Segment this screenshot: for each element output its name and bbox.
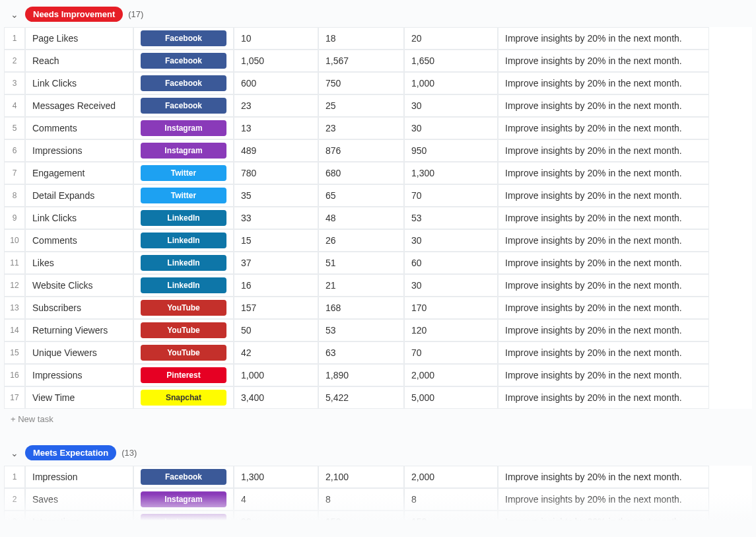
value-cell[interactable]: 53	[318, 319, 404, 341]
value-cell[interactable]: 150	[404, 511, 498, 520]
new-task-button[interactable]: + New task	[4, 409, 752, 429]
metric-cell[interactable]: Unique Viewers	[25, 341, 133, 364]
metric-cell[interactable]: Returning Viewers	[25, 319, 133, 341]
value-cell[interactable]: 2,100	[318, 466, 404, 488]
value-cell[interactable]: 150	[318, 511, 404, 520]
value-cell[interactable]: 98	[234, 511, 318, 520]
metric-cell[interactable]: Impressions	[25, 364, 133, 386]
metric-cell[interactable]: Impressions	[25, 139, 133, 162]
note-cell[interactable]: Improve insights by 20% in the next mont…	[498, 488, 709, 511]
table-row[interactable]: 7EngagementTwitter7806801,300Improve ins…	[4, 162, 752, 184]
metric-cell[interactable]: Link Clicks	[25, 207, 133, 229]
value-cell[interactable]: 170	[404, 297, 498, 319]
platform-cell[interactable]: Snapchat	[133, 386, 234, 409]
table-row[interactable]: 5CommentsInstagram132330Improve insights…	[4, 117, 752, 139]
platform-cell[interactable]: LinkedIn	[133, 229, 234, 252]
platform-cell[interactable]: Facebook	[133, 50, 234, 72]
platform-pill[interactable]: LinkedIn	[141, 233, 226, 248]
value-cell[interactable]: 600	[234, 72, 318, 94]
value-cell[interactable]: 48	[318, 207, 404, 229]
value-cell[interactable]: 42	[234, 341, 318, 364]
value-cell[interactable]: 5,422	[318, 386, 404, 409]
metric-cell[interactable]: Link Clicks	[25, 72, 133, 94]
platform-cell[interactable]: Facebook	[133, 94, 234, 117]
platform-cell[interactable]: Twitter	[133, 184, 234, 207]
note-cell[interactable]: Improve insights by 20% in the next mont…	[498, 341, 709, 364]
value-cell[interactable]: 65	[318, 184, 404, 207]
platform-pill[interactable]: Instagram	[141, 120, 226, 136]
value-cell[interactable]: 16	[234, 274, 318, 297]
note-cell[interactable]: Improve insights by 20% in the next mont…	[498, 207, 709, 229]
table-row[interactable]: 1ImpressionFacebook1,3002,1002,000Improv…	[4, 466, 752, 488]
table-row[interactable]: 9Link ClicksLinkedIn334853Improve insigh…	[4, 207, 752, 229]
value-cell[interactable]: 950	[404, 139, 498, 162]
metric-cell[interactable]: Impression	[25, 466, 133, 488]
chevron-down-icon[interactable]: ⌄	[9, 9, 20, 20]
table-row[interactable]: 12Website ClicksLinkedIn162130Improve in…	[4, 274, 752, 297]
value-cell[interactable]: 18	[318, 27, 404, 50]
metric-cell[interactable]: Subscribers	[25, 297, 133, 319]
value-cell[interactable]: 33	[234, 207, 318, 229]
metric-cell[interactable]: Page Likes	[25, 27, 133, 50]
value-cell[interactable]: 63	[318, 341, 404, 364]
value-cell[interactable]: 3,400	[234, 386, 318, 409]
platform-pill[interactable]: LinkedIn	[141, 277, 226, 293]
platform-cell[interactable]: Instagram	[133, 117, 234, 139]
value-cell[interactable]: 120	[404, 319, 498, 341]
platform-pill[interactable]: Instagram	[141, 514, 226, 520]
value-cell[interactable]: 51	[318, 252, 404, 274]
value-cell[interactable]: 1,050	[234, 50, 318, 72]
value-cell[interactable]: 168	[318, 297, 404, 319]
platform-cell[interactable]: Twitter	[133, 162, 234, 184]
platform-cell[interactable]: Facebook	[133, 72, 234, 94]
note-cell[interactable]: Improve insights by 20% in the next mont…	[498, 117, 709, 139]
value-cell[interactable]: 30	[404, 94, 498, 117]
value-cell[interactable]: 780	[234, 162, 318, 184]
value-cell[interactable]: 25	[318, 94, 404, 117]
metric-cell[interactable]: Comments	[25, 229, 133, 252]
note-cell[interactable]: Improve insights by 20% in the next mont…	[498, 229, 709, 252]
platform-pill[interactable]: Facebook	[141, 53, 226, 69]
chevron-down-icon[interactable]: ⌄	[9, 448, 20, 458]
note-cell[interactable]: Improve insights by 20% in the next mont…	[498, 94, 709, 117]
table-row[interactable]: 1Page LikesFacebook101820Improve insight…	[4, 27, 752, 50]
platform-cell[interactable]: LinkedIn	[133, 207, 234, 229]
table-row[interactable]: 14Returning ViewersYouTube5053120Improve…	[4, 319, 752, 341]
value-cell[interactable]: 23	[234, 94, 318, 117]
group-label-pill[interactable]: Meets Expectation	[25, 445, 116, 460]
platform-pill[interactable]: Facebook	[141, 75, 226, 91]
platform-pill[interactable]: LinkedIn	[141, 255, 226, 271]
value-cell[interactable]: 680	[318, 162, 404, 184]
value-cell[interactable]: 30	[404, 229, 498, 252]
table-row[interactable]: 10CommentsLinkedIn152630Improve insights…	[4, 229, 752, 252]
platform-pill[interactable]: Instagram	[141, 143, 226, 159]
value-cell[interactable]: 21	[318, 274, 404, 297]
metric-cell[interactable]: Interactions	[25, 511, 133, 520]
value-cell[interactable]: 157	[234, 297, 318, 319]
value-cell[interactable]: 5,000	[404, 386, 498, 409]
note-cell[interactable]: Improve insights by 20% in the next mont…	[498, 364, 709, 386]
value-cell[interactable]: 1,000	[234, 364, 318, 386]
metric-cell[interactable]: Website Clicks	[25, 274, 133, 297]
metric-cell[interactable]: Detail Expands	[25, 184, 133, 207]
value-cell[interactable]: 8	[404, 488, 498, 511]
table-row[interactable]: 2SavesInstagram488Improve insights by 20…	[4, 488, 752, 511]
platform-pill[interactable]: Facebook	[141, 98, 226, 114]
value-cell[interactable]: 35	[234, 184, 318, 207]
platform-cell[interactable]: Instagram	[133, 488, 234, 511]
platform-cell[interactable]: Instagram	[133, 511, 234, 520]
value-cell[interactable]: 1,890	[318, 364, 404, 386]
value-cell[interactable]: 10	[234, 27, 318, 50]
platform-pill[interactable]: YouTube	[141, 345, 226, 361]
table-row[interactable]: 2ReachFacebook1,0501,5671,650Improve ins…	[4, 50, 752, 72]
value-cell[interactable]: 1,000	[404, 72, 498, 94]
note-cell[interactable]: Improve insights by 20% in the next mont…	[498, 162, 709, 184]
value-cell[interactable]: 4	[234, 488, 318, 511]
table-row[interactable]: 17View TimeSnapchat3,4005,4225,000Improv…	[4, 386, 752, 409]
platform-pill[interactable]: Twitter	[141, 165, 226, 181]
note-cell[interactable]: Improve insights by 20% in the next mont…	[498, 386, 709, 409]
value-cell[interactable]: 876	[318, 139, 404, 162]
value-cell[interactable]: 489	[234, 139, 318, 162]
value-cell[interactable]: 8	[318, 488, 404, 511]
value-cell[interactable]: 70	[404, 184, 498, 207]
